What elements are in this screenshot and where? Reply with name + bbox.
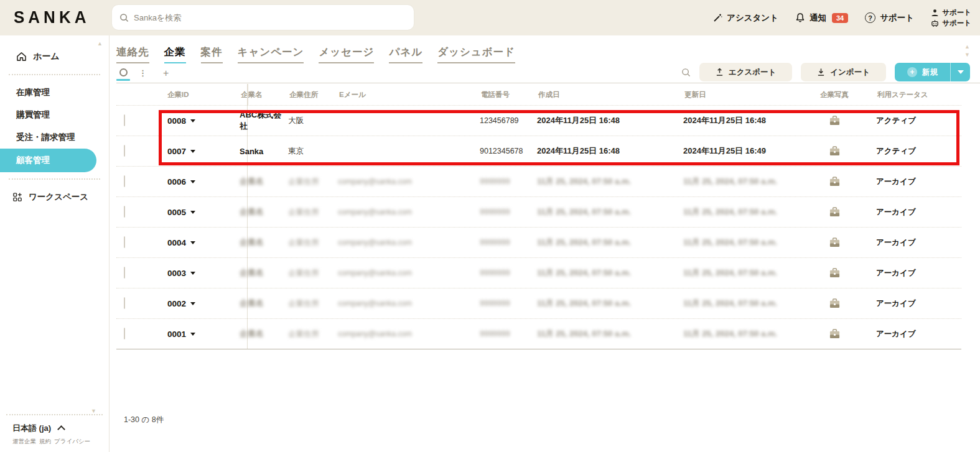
row-id-dropdown[interactable]: 0002 — [152, 299, 240, 308]
table-row[interactable]: 0005 企業名 企業住所 company@sanka.com 9999999 … — [116, 196, 961, 227]
account-menu[interactable]: サポート サポート — [931, 8, 971, 28]
row-phone: 9012345678 — [480, 147, 537, 155]
tab-contacts[interactable]: 連絡先 — [116, 45, 149, 63]
sidebar-item-home[interactable]: ホーム — [0, 45, 109, 68]
import-button[interactable]: インポート — [801, 63, 886, 81]
global-search[interactable] — [112, 5, 414, 30]
scroll-indicators: ▲ ▼ — [964, 44, 970, 58]
row-name: 企業名 — [240, 176, 288, 187]
row-id: 0004 — [167, 238, 186, 247]
search-input[interactable] — [134, 13, 406, 22]
company-link[interactable]: 運営企業 — [12, 438, 36, 446]
row-created: 2024年11月25日 16:48 — [537, 115, 683, 126]
table-row[interactable]: 0003 企業名 企業住所 company@sanka.com 9999999 … — [116, 257, 961, 288]
tab-panels[interactable]: パネル — [389, 45, 422, 63]
row-photo-button[interactable] — [819, 116, 876, 126]
row-checkbox[interactable] — [124, 236, 125, 248]
tab-campaigns[interactable]: キャンペーン — [238, 45, 304, 63]
column-separator — [247, 84, 248, 105]
row-status: アーカイブ — [876, 177, 961, 187]
row-photo-button[interactable] — [819, 238, 876, 248]
row-id-dropdown[interactable]: 0003 — [152, 269, 240, 278]
wand-icon — [712, 13, 722, 23]
chevron-down-icon[interactable]: ▼ — [964, 52, 970, 58]
row-name: 企業名 — [240, 267, 288, 279]
chevron-down-icon — [190, 150, 195, 153]
row-id-dropdown[interactable]: 0008 — [152, 116, 240, 126]
sidebar-item-purchasing[interactable]: 購買管理 — [0, 104, 109, 126]
table-row[interactable]: 0007 Sanka 東京 9012345678 2024年11月25日 16:… — [116, 136, 961, 166]
table-row[interactable]: 0001 企業名 企業住所 company@sanka.com 9999999 … — [116, 318, 961, 349]
row-photo-button[interactable] — [819, 268, 876, 279]
terms-link[interactable]: 規約 — [39, 438, 51, 446]
table-row[interactable]: 0002 企業名 企業住所 company@sanka.com 9999999 … — [116, 288, 961, 318]
row-checkbox[interactable] — [124, 114, 125, 126]
row-photo-button[interactable] — [819, 298, 876, 309]
account-workspace[interactable]: サポート — [931, 19, 971, 28]
sidebar-item-customers[interactable]: 顧客管理 — [0, 149, 96, 172]
tab-dashboard[interactable]: ダッシュボード — [437, 45, 515, 63]
sidebar-item-orders-billing[interactable]: 受注・請求管理 — [0, 126, 109, 149]
row-checkbox[interactable] — [124, 267, 125, 279]
notifications-button[interactable]: 通知 34 — [795, 12, 848, 24]
add-view-icon[interactable]: + — [163, 68, 169, 79]
row-checkbox[interactable] — [124, 328, 125, 339]
row-created: 2024年11月25日 16:48 — [537, 145, 683, 157]
row-address: 企業住所 — [288, 329, 338, 339]
sidebar-item-inventory[interactable]: 在庫管理 — [0, 81, 109, 104]
row-name: ABC株式会社 — [240, 109, 288, 132]
table-row[interactable]: 0008 ABC株式会社 大阪 123456789 2024年11月25日 16… — [116, 105, 961, 136]
row-phone: 9999999 — [480, 177, 537, 186]
view-options-icon[interactable]: ⋮ — [139, 68, 147, 78]
sidebar-divider — [9, 74, 100, 75]
row-id-dropdown[interactable]: 0007 — [152, 147, 240, 156]
tab-companies[interactable]: 企業 — [164, 45, 186, 63]
sidebar-item-workspace[interactable]: ワークスペース — [0, 186, 109, 208]
row-checkbox[interactable] — [124, 145, 125, 157]
row-id-dropdown[interactable]: 0006 — [152, 177, 240, 187]
briefcase-icon — [829, 177, 841, 187]
table-row[interactable]: 0004 企業名 企業住所 company@sanka.com 9999999 … — [116, 227, 961, 257]
row-updated: 11月 25, 2024, 07:50 a.m. — [683, 298, 819, 309]
row-updated: 11月 25, 2024, 07:50 a.m. — [683, 328, 819, 339]
row-photo-button[interactable] — [819, 146, 876, 157]
chevron-up-icon[interactable]: ▲ — [964, 44, 970, 50]
row-created: 11月 25, 2024, 07:50 a.m. — [537, 206, 683, 218]
export-button[interactable]: エクスポート — [699, 63, 792, 81]
assistant-label: アシスタント — [727, 12, 778, 24]
row-address: 企業住所 — [288, 298, 338, 309]
new-dropdown-button[interactable] — [950, 63, 970, 81]
question-icon: ? — [865, 12, 875, 23]
table-row[interactable]: 0006 企業名 企業住所 company@sanka.com 9999999 … — [116, 166, 961, 196]
new-button[interactable]: + 新規 — [895, 67, 950, 78]
workspace-grid-icon — [12, 192, 22, 202]
row-id-dropdown[interactable]: 0004 — [152, 238, 240, 247]
row-photo-button[interactable] — [819, 177, 876, 187]
privacy-link[interactable]: プライバシー — [54, 438, 90, 446]
sidebar-scroll-down-icon[interactable]: ▼ — [91, 408, 96, 414]
account-user-label: サポート — [942, 8, 971, 17]
row-name: 企業名 — [240, 206, 288, 218]
row-updated: 2024年11月25日 16:49 — [683, 145, 819, 157]
table-search-icon[interactable] — [681, 68, 691, 77]
import-label: インポート — [830, 67, 870, 78]
row-address: 企業住所 — [288, 207, 338, 218]
row-photo-button[interactable] — [819, 207, 876, 218]
row-checkbox[interactable] — [124, 206, 125, 218]
account-user[interactable]: サポート — [931, 8, 971, 17]
view-tab[interactable] — [116, 68, 130, 81]
language-switcher[interactable]: 日本語 (ja) — [0, 419, 109, 435]
support-button[interactable]: ? サポート — [865, 12, 914, 24]
row-email: company@sanka.com — [338, 269, 480, 277]
assistant-button[interactable]: アシスタント — [712, 12, 778, 24]
tab-messages[interactable]: メッセージ — [319, 45, 374, 63]
row-checkbox[interactable] — [124, 297, 125, 309]
tab-deals[interactable]: 案件 — [201, 45, 223, 63]
sidebar-scroll-up-icon[interactable]: ▲ — [97, 40, 103, 47]
row-id-dropdown[interactable]: 0005 — [152, 208, 240, 217]
account-workspace-label: サポート — [942, 19, 971, 28]
row-status: アクティブ — [876, 146, 961, 157]
row-photo-button[interactable] — [819, 329, 876, 339]
row-checkbox[interactable] — [124, 175, 125, 187]
row-id-dropdown[interactable]: 0001 — [152, 330, 240, 339]
